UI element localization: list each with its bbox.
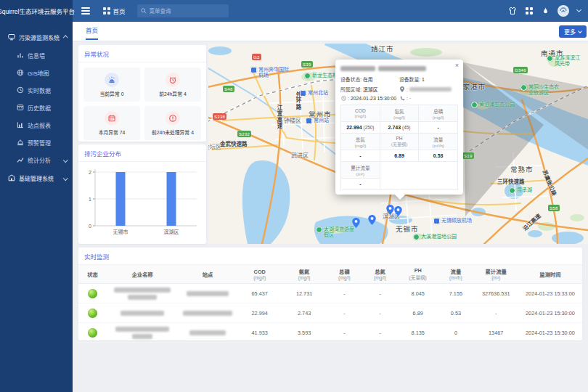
table-header-row: 状态 企业名称 站点 COD(mg/l) 氨氮(mg/l) 总磷(mg/l) 总… (78, 265, 582, 284)
stat-card-24h-abnormal[interactable]: 前24h异常4 (144, 68, 201, 102)
alert-manage-icon (16, 139, 24, 146)
top-bar: Squirrel生态环境云服务平台 首页 (0, 0, 588, 22)
sidebar: 污染源监测系统 信息墙 GIS地图 实时数据 历史数据 站点报表 预警管理 (0, 22, 73, 392)
apps-layout-icon[interactable] (525, 7, 534, 15)
map-poi-green[interactable]: 黄泗浦生态公园 (471, 102, 515, 108)
user-avatar[interactable] (558, 5, 569, 17)
map-poi-green[interactable]: 大溪港湿地公园 (413, 234, 457, 240)
table-row[interactable]: 65.437 12.731 - - 8.045 7.155 327636.531… (78, 284, 582, 303)
device-pin-icon[interactable] (394, 206, 402, 216)
map-label-city: 无锡市 (396, 224, 419, 234)
metric-value-tp: - (419, 122, 458, 134)
device-count-field: 设备数量:1 (399, 75, 458, 83)
map-label-road: 金武快速路 (220, 139, 248, 147)
map-poi-green[interactable]: 昆承湖 (509, 187, 532, 194)
sidebar-item-realtime-data[interactable]: 实时数据 (0, 81, 73, 99)
platform-logo: Squirrel生态环境云服务平台 (0, 0, 73, 22)
station-name-redacted (178, 303, 237, 323)
search-icon (141, 8, 147, 14)
gis-map[interactable]: G2 S39 S48 S338 S232 G42 G346 S19 S229 S… (208, 44, 588, 244)
sidebar-item-gis-map[interactable]: GIS地图 (0, 64, 73, 81)
stat-card-current-abnormal[interactable]: 当前异常0 (83, 68, 140, 102)
stats-analysis-icon (16, 156, 24, 163)
park-marker-icon (316, 226, 322, 233)
table-row[interactable]: 22.994 2.743 - - 6.89 0.53 - 2024-01-23 … (78, 303, 582, 323)
park-marker-icon (304, 73, 311, 79)
map-label-road: 江宜高速 (275, 105, 283, 129)
sidebar-section-label: 污染源监测系统 (19, 33, 60, 41)
svg-text:2: 2 (89, 170, 91, 175)
sidebar-item-info-wall[interactable]: 信息墙 (0, 46, 73, 64)
alarm-clock-icon (166, 73, 180, 87)
svg-text:1: 1 (89, 197, 91, 202)
status-online-dot (88, 328, 97, 338)
map-poi-airport[interactable]: 常州奔牛国际机场 (250, 67, 297, 78)
popup-info-fields: 设备状态:在用 设备数量:1 所属区域:滨湖区 : :2024-01-23 15… (340, 75, 458, 101)
abnormal-cards: 当前异常0 前24h异常4 本月异常74 前24h未处理异常4 (78, 62, 206, 145)
map-poi-green[interactable]: 新龙生态林 (304, 73, 338, 79)
device-pin-icon[interactable] (386, 205, 394, 215)
enterprise-distribution-panel: 排污企业分布 012无锡市滨湖区 (78, 144, 206, 244)
region-field: 所属区域:滨湖区 (340, 86, 399, 93)
stat-value: 4 (191, 130, 194, 135)
base-manage-icon (7, 174, 15, 181)
topbar-actions (508, 5, 588, 17)
metric-value-nh3n: 2.743 (45) (380, 122, 419, 134)
company-name-redacted (107, 303, 178, 323)
theme-skin-icon[interactable] (508, 7, 517, 15)
nav-home[interactable]: 首页 (103, 7, 126, 15)
stat-card-24h-unhandled[interactable]: 前24h未处理异常4 (144, 106, 201, 140)
map-poi-station[interactable]: 常州站 (306, 118, 329, 124)
stat-card-month-abnormal[interactable]: 本月异常74 (83, 106, 140, 140)
sidebar-item-station-report[interactable]: 站点报表 (0, 116, 73, 134)
map-label-district: 武进区 (291, 151, 309, 159)
close-icon[interactable]: × (455, 62, 459, 69)
sidebar-item-stats-analysis[interactable]: 统计分析 (0, 151, 73, 168)
flame-icon[interactable] (542, 7, 550, 15)
map-poi-station[interactable]: 常州北站 (300, 90, 328, 97)
lake-marker-icon (509, 187, 515, 194)
dashboard-grid-icon (103, 7, 110, 15)
road-badge: G346 (513, 67, 528, 73)
status-online-dot (88, 289, 97, 298)
realtime-data-icon (16, 86, 24, 94)
road-badge: S19 (462, 152, 474, 159)
chevron-down-icon (63, 176, 68, 180)
hamburger-menu-icon[interactable] (81, 7, 90, 15)
chevron-up-icon (63, 36, 68, 40)
device-pin-icon[interactable] (352, 218, 360, 228)
sidebar-section-base-manage[interactable]: 基础管理系统 (0, 168, 73, 187)
user-menu-chevron-down-icon[interactable] (576, 7, 581, 12)
nav-home-label: 首页 (113, 7, 126, 15)
tab-home[interactable]: 首页 (86, 25, 98, 40)
location-pin-icon (399, 86, 405, 92)
monitor-system-icon (7, 33, 15, 41)
app-window: Squirrel生态环境云服务平台 首页 (0, 0, 588, 392)
train-station-marker-icon (306, 118, 312, 124)
device-info-popup: × 设备状态:在用 设备数量:1 所属区域:滨湖区 : :2024-01-23 … (335, 60, 463, 195)
bar-chart: 012无锡市滨湖区 (78, 162, 206, 248)
popup-title-redacted (340, 65, 458, 72)
metric-value-cod: 22.994 (250) (341, 122, 380, 134)
map-poi-airport[interactable]: 无锡硕放机场 (433, 218, 472, 224)
map-poi-green[interactable]: 龙游湾滨江风光带 (547, 55, 588, 67)
map-poi-green[interactable]: 太湖湾旅游度假区 (316, 226, 362, 238)
info-wall-icon (16, 52, 24, 59)
airport-marker-icon (433, 218, 440, 224)
park-marker-icon (520, 84, 527, 91)
search-input[interactable] (150, 8, 225, 15)
device-pin-icon[interactable] (368, 215, 376, 225)
table-row[interactable]: 41.933 3.593 - - 8.135 0 13467 2024-01-2… (78, 323, 582, 343)
map-poi-green[interactable]: 常阴沙生态农业旅游区 (520, 84, 568, 96)
station-name-redacted (178, 323, 237, 343)
road-badge: S39 (301, 61, 313, 68)
sidebar-section-pollution-monitor[interactable]: 污染源监测系统 (0, 28, 73, 46)
menu-search[interactable] (137, 4, 229, 17)
popup-metrics-table: COD(mg/l) 氨氮(mg/l) 总磷(mg/l) 22.994 (250)… (340, 105, 458, 190)
more-button[interactable]: 更多 (559, 25, 587, 38)
sidebar-item-history-data[interactable]: 历史数据 (0, 99, 73, 116)
station-name-redacted (178, 284, 237, 303)
sidebar-item-alert-manage[interactable]: 预警管理 (0, 134, 73, 151)
gis-map-icon (16, 69, 24, 76)
panel-title: 排污企业分布 (78, 144, 206, 162)
